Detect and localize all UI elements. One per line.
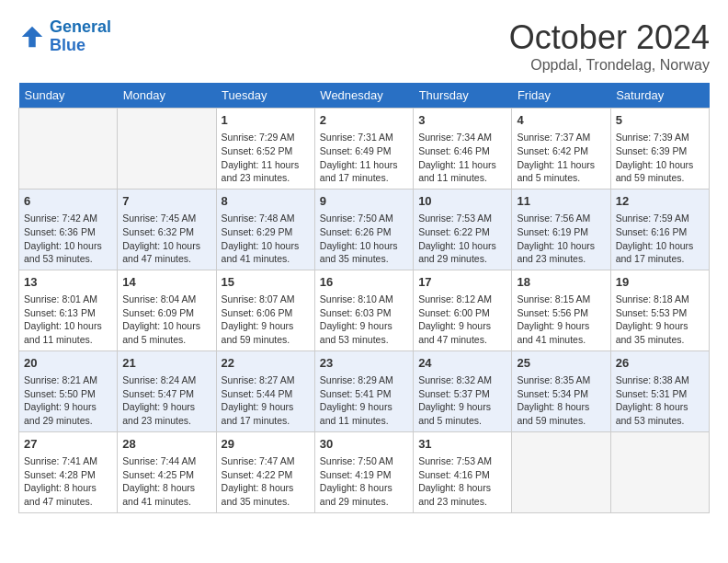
page-header: General Blue October 2024 Oppdal, Tronde…: [18, 18, 710, 74]
day-number: 2: [320, 112, 408, 129]
day-number: 22: [222, 355, 310, 372]
day-info: Sunrise: 7:41 AMSunset: 4:28 PMDaylight:…: [24, 454, 112, 509]
day-number: 3: [418, 112, 506, 129]
calendar-cell: 11Sunrise: 7:56 AMSunset: 6:19 PMDayligh…: [512, 189, 610, 270]
day-number: 5: [616, 112, 704, 129]
logo: General Blue: [18, 18, 111, 55]
day-number: 24: [418, 355, 506, 372]
day-info: Sunrise: 7:53 AMSunset: 4:16 PMDaylight:…: [418, 454, 506, 509]
calendar-row-3: 20Sunrise: 8:21 AMSunset: 5:50 PMDayligh…: [19, 350, 710, 431]
day-number: 17: [418, 274, 506, 291]
calendar-cell: 25Sunrise: 8:35 AMSunset: 5:34 PMDayligh…: [512, 350, 610, 431]
day-number: 19: [616, 274, 704, 291]
day-info: Sunrise: 8:38 AMSunset: 5:31 PMDaylight:…: [616, 373, 704, 428]
calendar-cell: 30Sunrise: 7:50 AMSunset: 4:19 PMDayligh…: [314, 431, 413, 512]
day-info: Sunrise: 7:59 AMSunset: 6:16 PMDaylight:…: [616, 212, 704, 266]
logo-icon: [18, 23, 46, 51]
day-info: Sunrise: 7:31 AMSunset: 6:49 PMDaylight:…: [320, 131, 408, 185]
day-number: 28: [122, 436, 210, 453]
day-number: 14: [122, 274, 210, 291]
calendar-cell: 23Sunrise: 8:29 AMSunset: 5:41 PMDayligh…: [314, 350, 413, 431]
day-number: 18: [517, 274, 605, 291]
day-number: 10: [418, 193, 506, 210]
calendar-cell: 26Sunrise: 8:38 AMSunset: 5:31 PMDayligh…: [610, 350, 709, 431]
day-info: Sunrise: 8:01 AMSunset: 6:13 PMDaylight:…: [24, 293, 112, 347]
calendar-cell: 2Sunrise: 7:31 AMSunset: 6:49 PMDaylight…: [314, 109, 413, 190]
location: Oppdal, Trondelag, Norway: [509, 57, 710, 74]
calendar-cell: 24Sunrise: 8:32 AMSunset: 5:37 PMDayligh…: [414, 350, 512, 431]
weekday-header-row: SundayMondayTuesdayWednesdayThursdayFrid…: [19, 83, 710, 109]
calendar-row-1: 6Sunrise: 7:42 AMSunset: 6:36 PMDaylight…: [19, 189, 710, 270]
day-info: Sunrise: 7:53 AMSunset: 6:22 PMDaylight:…: [418, 212, 506, 266]
day-number: 25: [517, 355, 605, 372]
month-title: October 2024: [509, 18, 710, 57]
calendar-cell: 19Sunrise: 8:18 AMSunset: 5:53 PMDayligh…: [610, 270, 709, 350]
day-info: Sunrise: 8:18 AMSunset: 5:53 PMDaylight:…: [616, 293, 704, 347]
calendar-cell: 13Sunrise: 8:01 AMSunset: 6:13 PMDayligh…: [19, 270, 118, 350]
calendar-cell: 9Sunrise: 7:50 AMSunset: 6:26 PMDaylight…: [314, 189, 413, 270]
day-info: Sunrise: 7:47 AMSunset: 4:22 PMDaylight:…: [222, 454, 310, 509]
weekday-thursday: Thursday: [414, 83, 512, 109]
day-number: 15: [222, 274, 310, 291]
calendar-table: SundayMondayTuesdayWednesdayThursdayFrid…: [18, 83, 710, 513]
day-info: Sunrise: 7:45 AMSunset: 6:32 PMDaylight:…: [122, 212, 210, 266]
calendar-cell: 12Sunrise: 7:59 AMSunset: 6:16 PMDayligh…: [610, 189, 709, 270]
calendar-cell: 28Sunrise: 7:44 AMSunset: 4:25 PMDayligh…: [118, 431, 216, 512]
day-number: 31: [418, 436, 506, 453]
logo-general: General: [50, 17, 111, 36]
day-number: 20: [24, 355, 112, 372]
calendar-cell: 21Sunrise: 8:24 AMSunset: 5:47 PMDayligh…: [118, 350, 216, 431]
day-number: 8: [222, 193, 310, 210]
day-info: Sunrise: 7:42 AMSunset: 6:36 PMDaylight:…: [24, 212, 112, 266]
calendar-cell: 22Sunrise: 8:27 AMSunset: 5:44 PMDayligh…: [216, 350, 314, 431]
day-number: 7: [122, 193, 210, 210]
day-info: Sunrise: 8:15 AMSunset: 5:56 PMDaylight:…: [517, 293, 605, 347]
calendar-cell: 29Sunrise: 7:47 AMSunset: 4:22 PMDayligh…: [216, 431, 314, 512]
day-info: Sunrise: 7:34 AMSunset: 6:46 PMDaylight:…: [418, 131, 506, 185]
calendar-cell: 20Sunrise: 8:21 AMSunset: 5:50 PMDayligh…: [19, 350, 118, 431]
day-info: Sunrise: 8:10 AMSunset: 6:03 PMDaylight:…: [320, 293, 408, 347]
calendar-cell: 31Sunrise: 7:53 AMSunset: 4:16 PMDayligh…: [414, 431, 512, 512]
calendar-cell: 8Sunrise: 7:48 AMSunset: 6:29 PMDaylight…: [216, 189, 314, 270]
calendar-cell: 1Sunrise: 7:29 AMSunset: 6:52 PMDaylight…: [216, 109, 314, 190]
day-info: Sunrise: 8:12 AMSunset: 6:00 PMDaylight:…: [418, 293, 506, 347]
day-number: 27: [24, 436, 112, 453]
weekday-monday: Monday: [118, 83, 216, 109]
day-number: 12: [616, 193, 704, 210]
day-number: 21: [122, 355, 210, 372]
day-info: Sunrise: 7:48 AMSunset: 6:29 PMDaylight:…: [222, 212, 310, 266]
day-info: Sunrise: 7:29 AMSunset: 6:52 PMDaylight:…: [222, 131, 310, 185]
day-number: 29: [222, 436, 310, 453]
day-info: Sunrise: 7:44 AMSunset: 4:25 PMDaylight:…: [122, 454, 210, 509]
day-info: Sunrise: 7:50 AMSunset: 4:19 PMDaylight:…: [320, 454, 408, 509]
day-number: 6: [24, 193, 112, 210]
logo-blue: Blue: [50, 36, 85, 54]
title-area: October 2024 Oppdal, Trondelag, Norway: [509, 18, 710, 74]
day-info: Sunrise: 8:24 AMSunset: 5:47 PMDaylight:…: [122, 373, 210, 428]
calendar-cell: 10Sunrise: 7:53 AMSunset: 6:22 PMDayligh…: [414, 189, 512, 270]
day-number: 23: [320, 355, 408, 372]
day-info: Sunrise: 7:37 AMSunset: 6:42 PMDaylight:…: [517, 131, 605, 185]
day-number: 13: [24, 274, 112, 291]
calendar-row-0: 1Sunrise: 7:29 AMSunset: 6:52 PMDaylight…: [19, 109, 710, 190]
calendar-cell: [19, 109, 118, 190]
calendar-cell: [610, 431, 709, 512]
calendar-cell: 7Sunrise: 7:45 AMSunset: 6:32 PMDaylight…: [118, 189, 216, 270]
day-info: Sunrise: 7:50 AMSunset: 6:26 PMDaylight:…: [320, 212, 408, 266]
calendar-cell: 16Sunrise: 8:10 AMSunset: 6:03 PMDayligh…: [314, 270, 413, 350]
calendar-cell: 14Sunrise: 8:04 AMSunset: 6:09 PMDayligh…: [118, 270, 216, 350]
svg-marker-0: [22, 27, 43, 48]
day-info: Sunrise: 7:56 AMSunset: 6:19 PMDaylight:…: [517, 212, 605, 266]
day-info: Sunrise: 7:39 AMSunset: 6:39 PMDaylight:…: [616, 131, 704, 185]
day-number: 26: [616, 355, 704, 372]
weekday-tuesday: Tuesday: [216, 83, 314, 109]
calendar-row-2: 13Sunrise: 8:01 AMSunset: 6:13 PMDayligh…: [19, 270, 710, 350]
day-info: Sunrise: 8:27 AMSunset: 5:44 PMDaylight:…: [222, 373, 310, 428]
day-info: Sunrise: 8:04 AMSunset: 6:09 PMDaylight:…: [122, 293, 210, 347]
calendar-cell: [118, 109, 216, 190]
calendar-cell: 5Sunrise: 7:39 AMSunset: 6:39 PMDaylight…: [610, 109, 709, 190]
day-info: Sunrise: 8:32 AMSunset: 5:37 PMDaylight:…: [418, 373, 506, 428]
calendar-cell: 4Sunrise: 7:37 AMSunset: 6:42 PMDaylight…: [512, 109, 610, 190]
calendar-row-4: 27Sunrise: 7:41 AMSunset: 4:28 PMDayligh…: [19, 431, 710, 512]
day-info: Sunrise: 8:21 AMSunset: 5:50 PMDaylight:…: [24, 373, 112, 428]
